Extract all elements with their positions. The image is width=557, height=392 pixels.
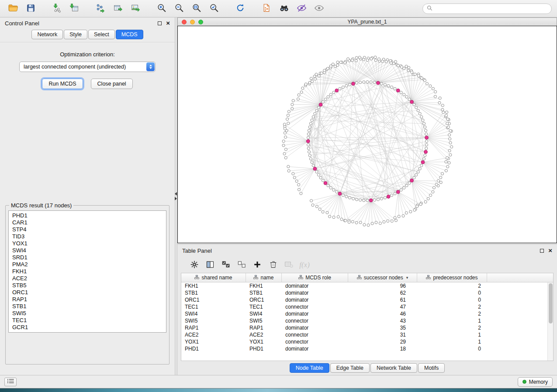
table-settings-button[interactable] bbox=[188, 259, 201, 271]
mcds-result-item[interactable]: PHD1 bbox=[9, 212, 166, 219]
table-row[interactable]: RAP1RAP1dominator352 bbox=[181, 324, 553, 331]
scrollbar-thumb[interactable] bbox=[549, 283, 553, 323]
cell-name: ORC1 bbox=[246, 296, 282, 303]
status-menu-button[interactable] bbox=[4, 378, 17, 386]
hide-details-button[interactable] bbox=[294, 2, 309, 15]
show-columns-button[interactable] bbox=[204, 259, 217, 271]
mcds-result-item[interactable]: STP4 bbox=[9, 226, 166, 233]
mcds-result-item[interactable]: SWI4 bbox=[9, 247, 166, 254]
column-header-predecessor-nodes[interactable]: predecessor nodes bbox=[417, 273, 487, 282]
delete-column-button[interactable] bbox=[266, 259, 280, 271]
mcds-result-item[interactable]: SWI5 bbox=[9, 310, 166, 317]
mcds-result-item[interactable]: TEC1 bbox=[9, 317, 166, 324]
function-builder-button[interactable]: f(x) bbox=[298, 259, 311, 271]
deselect-all-button[interactable] bbox=[235, 259, 248, 271]
memory-button[interactable]: Memory bbox=[518, 377, 553, 387]
window-close-icon[interactable] bbox=[182, 20, 187, 24]
cell-name: RAP1 bbox=[246, 324, 282, 331]
column-header-successor-nodes[interactable]: successor nodes▾ bbox=[348, 273, 417, 282]
add-column-button[interactable] bbox=[251, 259, 264, 271]
cell-filler bbox=[487, 296, 553, 303]
mcds-result-item[interactable]: FKH1 bbox=[9, 268, 166, 275]
mcds-result-item[interactable]: CAR1 bbox=[9, 219, 166, 226]
table-row[interactable]: STB1STB1dominator620 bbox=[181, 289, 553, 296]
close-panel-button[interactable]: Close panel bbox=[91, 79, 133, 89]
table-row[interactable]: SWI5SWI5connector431 bbox=[181, 317, 553, 324]
network-graph[interactable] bbox=[178, 26, 557, 243]
float-panel-icon[interactable] bbox=[158, 21, 162, 25]
export-image-button[interactable] bbox=[128, 2, 143, 15]
cell-name: FKH1 bbox=[246, 282, 282, 289]
tab-network[interactable]: Network bbox=[31, 30, 63, 39]
cell-filler bbox=[487, 289, 553, 296]
control-panel-title: Control Panel bbox=[5, 20, 39, 27]
table-row[interactable]: FKH1FKH1dominator962 bbox=[181, 282, 553, 289]
tab-select[interactable]: Select bbox=[88, 30, 115, 39]
network-canvas[interactable] bbox=[177, 26, 557, 243]
select-all-button[interactable] bbox=[219, 259, 232, 271]
cell-role: connector bbox=[282, 338, 348, 345]
table-row[interactable]: PHD1PHD1dominator180 bbox=[181, 345, 553, 352]
refresh-button[interactable] bbox=[232, 2, 248, 15]
table-row[interactable]: ORC1ORC1dominator610 bbox=[181, 296, 553, 303]
mcds-result-item[interactable]: PMA2 bbox=[9, 261, 166, 268]
mcds-result-item[interactable]: TID3 bbox=[9, 233, 166, 240]
cell-shared: ORC1 bbox=[181, 296, 246, 303]
mcds-result-item[interactable]: GCR1 bbox=[9, 324, 166, 331]
open-file-button[interactable] bbox=[5, 2, 21, 15]
mcds-result-item[interactable]: STB1 bbox=[9, 303, 166, 310]
window-maximize-icon[interactable] bbox=[198, 20, 203, 24]
tab-motifs[interactable]: Motifs bbox=[418, 363, 445, 373]
table-row[interactable]: YOX1YOX1connector291 bbox=[181, 338, 553, 345]
zoom-selected-button[interactable] bbox=[206, 2, 222, 15]
table-row[interactable]: ACE2ACE2connector311 bbox=[181, 331, 553, 338]
tab-node-table[interactable]: Node Table bbox=[290, 363, 329, 373]
column-header-mcds-role[interactable]: MCDS role bbox=[282, 273, 348, 282]
cell-role: connector bbox=[282, 331, 348, 338]
column-header-name[interactable]: name bbox=[246, 273, 282, 282]
search-box[interactable] bbox=[422, 3, 552, 14]
show-details-button[interactable] bbox=[311, 2, 327, 15]
tab-edge-table[interactable]: Edge Table bbox=[330, 363, 370, 373]
splitter-collapse-icons[interactable] bbox=[175, 192, 177, 200]
close-panel-icon[interactable]: × bbox=[166, 21, 170, 25]
run-mcds-button[interactable]: Run MCDS bbox=[42, 79, 83, 89]
main-toolbar bbox=[0, 0, 557, 17]
column-header-shared-name[interactable]: shared name bbox=[181, 273, 246, 282]
mcds-result-item[interactable]: STB5 bbox=[9, 282, 166, 289]
table-scrollbar[interactable] bbox=[547, 282, 553, 361]
mcds-result-item[interactable]: YOX1 bbox=[9, 240, 166, 247]
find-button[interactable] bbox=[276, 2, 292, 15]
tab-mcds[interactable]: MCDS bbox=[116, 30, 143, 39]
panel-splitter[interactable] bbox=[175, 17, 177, 375]
network-titlebar[interactable]: YPA_prune.txt_1 bbox=[177, 17, 557, 26]
import-table-button[interactable] bbox=[66, 2, 82, 15]
window-minimize-icon[interactable] bbox=[190, 20, 195, 24]
mcds-result-item[interactable]: SRD1 bbox=[9, 254, 166, 261]
delete-table-button[interactable] bbox=[282, 259, 295, 271]
share-document-button[interactable] bbox=[259, 2, 274, 15]
search-input[interactable] bbox=[435, 6, 547, 12]
zoom-in-button[interactable] bbox=[154, 2, 170, 15]
desktop-background bbox=[0, 389, 557, 392]
save-button[interactable] bbox=[23, 2, 38, 15]
zoom-out-button[interactable] bbox=[171, 2, 187, 15]
tab-style[interactable]: Style bbox=[64, 30, 87, 39]
float-table-panel-icon[interactable] bbox=[540, 249, 544, 253]
table-row[interactable]: SWI4SWI4dominator462 bbox=[181, 310, 553, 317]
export-image-icon bbox=[131, 3, 140, 14]
criterion-select[interactable]: largest connected component (undirected) bbox=[19, 62, 156, 72]
zoom-fit-button[interactable] bbox=[189, 2, 204, 15]
import-network-button[interactable] bbox=[49, 2, 65, 15]
tab-network-table[interactable]: Network Table bbox=[370, 363, 417, 373]
table-panel-title: Table Panel bbox=[182, 248, 212, 254]
right-column: YPA_prune.txt_1 Table Panel × bbox=[177, 17, 557, 375]
mcds-result-item[interactable]: ORC1 bbox=[9, 289, 166, 296]
table-row[interactable]: TEC1TEC1connector472 bbox=[181, 303, 553, 310]
mcds-result-item[interactable]: RAP1 bbox=[9, 296, 166, 303]
mcds-result-item[interactable]: ACE2 bbox=[9, 275, 166, 282]
export-table-button[interactable] bbox=[110, 2, 126, 15]
cell-succ: 46 bbox=[348, 310, 417, 317]
close-table-panel-icon[interactable]: × bbox=[548, 248, 552, 253]
export-network-button[interactable] bbox=[93, 2, 108, 15]
